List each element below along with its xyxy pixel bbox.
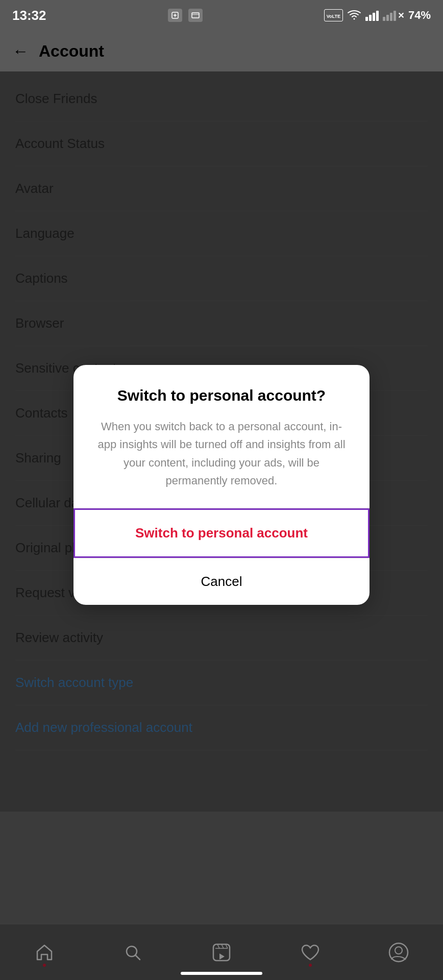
cancel-button[interactable]: Cancel: [73, 558, 370, 605]
signal-x-icon: ✕: [383, 10, 404, 21]
signal-icon: [365, 10, 379, 21]
wifi-icon: [347, 10, 361, 21]
volte-icon: VoLTE: [324, 9, 343, 21]
home-indicator: [181, 972, 262, 975]
status-icons: VoLTE ✕: [324, 9, 431, 22]
dialog-title: Switch to personal account?: [94, 385, 349, 405]
back-button[interactable]: ←: [12, 42, 29, 61]
notification-icons: [168, 9, 203, 22]
dialog-description: When you switch back to a personal accou…: [94, 418, 349, 489]
switch-to-personal-button[interactable]: Switch to personal account: [73, 508, 370, 558]
dialog-body: Switch to personal account? When you swi…: [73, 365, 370, 489]
switch-account-dialog: Switch to personal account? When you swi…: [73, 365, 370, 605]
notification-icon-2: [188, 9, 203, 22]
battery-indicator: 74%: [408, 9, 431, 22]
svg-rect-1: [192, 13, 199, 18]
status-time: 13:32: [12, 8, 46, 23]
page-header: ← Account: [0, 31, 443, 71]
status-bar: 13:32 VoLTE: [0, 0, 443, 31]
notification-icon-1: [168, 9, 182, 22]
dialog-overlay: Switch to personal account? When you swi…: [0, 71, 443, 980]
page-title: Account: [39, 42, 104, 61]
